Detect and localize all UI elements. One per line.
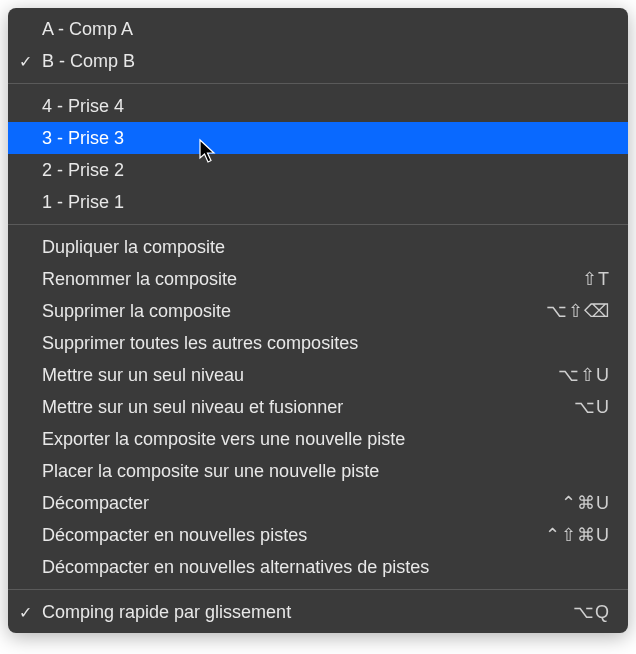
menu-item-label: Décompacter en nouvelles alternatives de…: [42, 557, 610, 578]
menu-item-label: 4 - Prise 4: [42, 96, 610, 117]
menu-item-quick-swipe-comping[interactable]: ✓ Comping rapide par glissement ⌥Q: [8, 596, 628, 628]
menu-item-label: 3 - Prise 3: [42, 128, 610, 149]
menu-shortcut: ⇧T: [582, 268, 610, 290]
menu-item-take-3[interactable]: 3 - Prise 3: [8, 122, 628, 154]
menu-item-duplicate-comp[interactable]: Dupliquer la composite: [8, 231, 628, 263]
menu-separator: [8, 589, 628, 590]
menu-item-label: Exporter la composite vers une nouvelle …: [42, 429, 610, 450]
menu-shortcut: ⌃⇧⌘U: [545, 524, 610, 546]
menu-item-export-new-track[interactable]: Exporter la composite vers une nouvelle …: [8, 423, 628, 455]
menu-shortcut: ⌃⌘U: [561, 492, 610, 514]
menu-item-label: Supprimer la composite: [42, 301, 546, 322]
menu-item-delete-comp[interactable]: Supprimer la composite ⌥⇧⌫: [8, 295, 628, 327]
menu-item-flatten-merge[interactable]: Mettre sur un seul niveau et fusionner ⌥…: [8, 391, 628, 423]
menu-separator: [8, 224, 628, 225]
menu-item-label: Dupliquer la composite: [42, 237, 610, 258]
menu-item-delete-other-comps[interactable]: Supprimer toutes les autres composites: [8, 327, 628, 359]
menu-item-label: 1 - Prise 1: [42, 192, 610, 213]
menu-item-label: Mettre sur un seul niveau: [42, 365, 558, 386]
checkmark-icon: ✓: [8, 52, 42, 71]
menu-item-unpack[interactable]: Décompacter ⌃⌘U: [8, 487, 628, 519]
menu-item-take-2[interactable]: 2 - Prise 2: [8, 154, 628, 186]
menu-item-unpack-new-tracks[interactable]: Décompacter en nouvelles pistes ⌃⇧⌘U: [8, 519, 628, 551]
menu-shortcut: ⌥Q: [573, 601, 610, 623]
checkmark-icon: ✓: [8, 603, 42, 622]
menu-shortcut: ⌥⇧⌫: [546, 300, 610, 322]
menu-item-flatten[interactable]: Mettre sur un seul niveau ⌥⇧U: [8, 359, 628, 391]
menu-separator: [8, 83, 628, 84]
menu-item-label: B - Comp B: [42, 51, 610, 72]
menu-item-label: Placer la composite sur une nouvelle pis…: [42, 461, 610, 482]
menu-item-label: Décompacter en nouvelles pistes: [42, 525, 545, 546]
menu-shortcut: ⌥U: [574, 396, 610, 418]
menu-item-label: Décompacter: [42, 493, 561, 514]
menu-item-rename-comp[interactable]: Renommer la composite ⇧T: [8, 263, 628, 295]
menu-item-take-1[interactable]: 1 - Prise 1: [8, 186, 628, 218]
menu-item-unpack-new-alternatives[interactable]: Décompacter en nouvelles alternatives de…: [8, 551, 628, 583]
menu-item-label: Supprimer toutes les autres composites: [42, 333, 610, 354]
menu-item-label: A - Comp A: [42, 19, 610, 40]
menu-item-take-4[interactable]: 4 - Prise 4: [8, 90, 628, 122]
menu-item-label: 2 - Prise 2: [42, 160, 610, 181]
menu-item-comp-a[interactable]: A - Comp A: [8, 13, 628, 45]
menu-item-move-new-track[interactable]: Placer la composite sur une nouvelle pis…: [8, 455, 628, 487]
context-menu: A - Comp A ✓ B - Comp B 4 - Prise 4 3 - …: [8, 8, 628, 633]
menu-item-label: Renommer la composite: [42, 269, 582, 290]
menu-item-label: Mettre sur un seul niveau et fusionner: [42, 397, 574, 418]
menu-shortcut: ⌥⇧U: [558, 364, 610, 386]
menu-item-label: Comping rapide par glissement: [42, 602, 573, 623]
menu-item-comp-b[interactable]: ✓ B - Comp B: [8, 45, 628, 77]
